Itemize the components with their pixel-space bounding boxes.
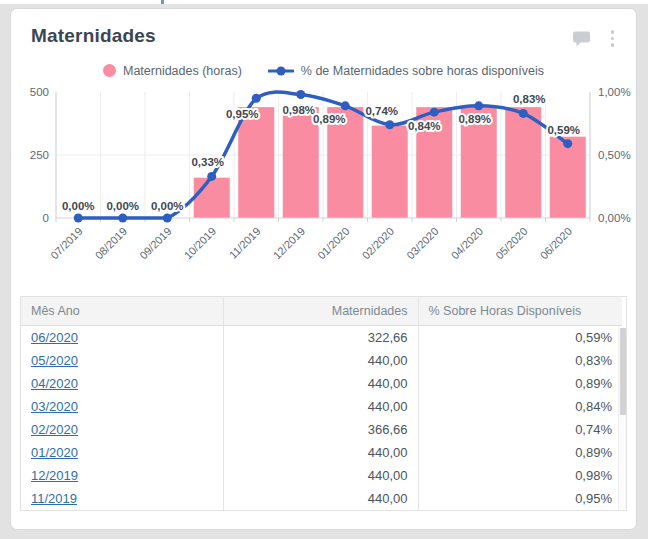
line-point[interactable] bbox=[341, 101, 350, 110]
kebab-menu-icon[interactable] bbox=[607, 29, 619, 48]
legend-item-percentual[interactable]: % de Maternidades sobre horas disponívei… bbox=[268, 64, 544, 78]
line-series-swatch bbox=[268, 65, 294, 77]
cell-maternidades: 440,00 bbox=[223, 441, 418, 464]
cell-mes-ano: 01/2020 bbox=[21, 441, 223, 464]
left-axis-tick-label: 250 bbox=[30, 149, 49, 161]
bar[interactable] bbox=[372, 125, 408, 217]
line-point[interactable] bbox=[385, 120, 394, 129]
right-axis-tick-label: 0,00% bbox=[598, 212, 631, 224]
x-axis-label: 05/2020 bbox=[493, 224, 530, 261]
cell-maternidades: 440,00 bbox=[223, 464, 418, 487]
column-header-pct-horas[interactable]: % Sobre Horas Disponíveis bbox=[418, 297, 622, 326]
cell-maternidades: 322,66 bbox=[223, 326, 418, 349]
month-link[interactable]: 02/2020 bbox=[31, 422, 78, 437]
month-link[interactable]: 04/2020 bbox=[31, 376, 78, 391]
right-axis-tick-label: 1,00% bbox=[598, 86, 631, 98]
line-point[interactable] bbox=[207, 171, 216, 180]
cell-mes-ano: 05/2020 bbox=[21, 349, 223, 372]
cell-pct-horas: 0,74% bbox=[418, 418, 622, 441]
line-point[interactable] bbox=[118, 213, 127, 222]
chart-legend: Maternidades (horas) % de Maternidades s… bbox=[11, 62, 636, 80]
left-axis-tick-label: 500 bbox=[30, 86, 49, 98]
data-label: 0,83% bbox=[513, 93, 546, 105]
month-link[interactable]: 06/2020 bbox=[31, 330, 78, 345]
month-link[interactable]: 11/2019 bbox=[31, 491, 77, 506]
legend-label-line: % de Maternidades sobre horas disponívei… bbox=[301, 64, 544, 78]
table-row: 01/2020440,000,89% bbox=[21, 441, 622, 464]
detail-table: Mês Ano Maternidades % Sobre Horas Dispo… bbox=[20, 296, 627, 511]
line-point[interactable] bbox=[163, 213, 172, 222]
chart-area: 50025001,00%0,50%0,00%07/201908/201909/2… bbox=[20, 82, 629, 286]
cell-pct-horas: 0,84% bbox=[418, 395, 622, 418]
cell-mes-ano: 02/2020 bbox=[21, 418, 223, 441]
cell-mes-ano: 06/2020 bbox=[21, 326, 223, 349]
page-top-strip bbox=[0, 0, 648, 4]
cell-pct-horas: 0,98% bbox=[418, 464, 622, 487]
right-axis-tick-label: 0,50% bbox=[598, 149, 631, 161]
cell-mes-ano: 03/2020 bbox=[21, 395, 223, 418]
bar[interactable] bbox=[550, 136, 586, 217]
cell-maternidades: 440,00 bbox=[223, 487, 418, 510]
line-point[interactable] bbox=[563, 139, 572, 148]
table-row: 05/2020440,000,83% bbox=[21, 349, 622, 372]
data-label: 0,00% bbox=[151, 200, 184, 212]
table-row: 11/2019440,000,95% bbox=[21, 487, 622, 510]
line-point[interactable] bbox=[74, 213, 83, 222]
cell-pct-horas: 0,59% bbox=[418, 326, 622, 349]
card-actions bbox=[572, 25, 619, 48]
table-row: 02/2020366,660,74% bbox=[21, 418, 622, 441]
month-link[interactable]: 03/2020 bbox=[31, 399, 78, 414]
table-row: 03/2020440,000,84% bbox=[21, 395, 622, 418]
cell-maternidades: 366,66 bbox=[223, 418, 418, 441]
x-axis-label: 07/2019 bbox=[48, 224, 85, 261]
table-header-row: Mês Ano Maternidades % Sobre Horas Dispo… bbox=[21, 297, 622, 326]
cell-pct-horas: 0,95% bbox=[418, 487, 622, 510]
cell-maternidades: 440,00 bbox=[223, 349, 418, 372]
line-point[interactable] bbox=[474, 101, 483, 110]
cell-pct-horas: 0,89% bbox=[418, 372, 622, 395]
month-link[interactable]: 01/2020 bbox=[31, 445, 78, 460]
cell-pct-horas: 0,83% bbox=[418, 349, 622, 372]
column-header-mes-ano[interactable]: Mês Ano bbox=[21, 297, 223, 326]
bar[interactable] bbox=[194, 177, 230, 217]
table-row: 04/2020440,000,89% bbox=[21, 372, 622, 395]
column-header-maternidades[interactable]: Maternidades bbox=[223, 297, 418, 326]
top-artifact bbox=[161, 0, 164, 4]
cell-pct-horas: 0,89% bbox=[418, 441, 622, 464]
table-scrollbar[interactable] bbox=[618, 327, 626, 510]
bar-series-swatch bbox=[103, 64, 116, 77]
x-axis-label: 10/2019 bbox=[182, 224, 219, 261]
data-label: 0,89% bbox=[313, 112, 346, 124]
line-point[interactable] bbox=[519, 108, 528, 117]
data-label: 0,89% bbox=[458, 112, 491, 124]
line-point[interactable] bbox=[296, 90, 305, 99]
cell-mes-ano: 12/2019 bbox=[21, 464, 223, 487]
combo-chart[interactable]: 50025001,00%0,50%0,00%07/201908/201909/2… bbox=[20, 82, 631, 282]
scrollbar-thumb[interactable] bbox=[620, 328, 626, 416]
cell-mes-ano: 04/2020 bbox=[21, 372, 223, 395]
data-label: 0,74% bbox=[365, 104, 398, 116]
line-point[interactable] bbox=[430, 107, 439, 116]
x-axis-label: 01/2020 bbox=[315, 224, 352, 261]
x-axis-label: 09/2019 bbox=[137, 224, 174, 261]
legend-label-bar: Maternidades (horas) bbox=[123, 64, 242, 78]
legend-item-maternidades[interactable]: Maternidades (horas) bbox=[103, 64, 242, 78]
cell-maternidades: 440,00 bbox=[223, 372, 418, 395]
bar[interactable] bbox=[238, 107, 274, 218]
cell-maternidades: 440,00 bbox=[223, 395, 418, 418]
data-label: 0,33% bbox=[191, 156, 224, 168]
x-axis-label: 11/2019 bbox=[227, 224, 263, 260]
x-axis-label: 02/2020 bbox=[360, 224, 397, 261]
x-axis-label: 12/2019 bbox=[271, 224, 308, 261]
month-link[interactable]: 12/2019 bbox=[31, 468, 78, 483]
card-header: Maternidades bbox=[11, 9, 636, 48]
cell-mes-ano: 11/2019 bbox=[21, 487, 223, 510]
comment-icon[interactable] bbox=[572, 30, 591, 47]
x-axis-label: 03/2020 bbox=[404, 224, 441, 261]
x-axis-label: 06/2020 bbox=[538, 224, 575, 261]
left-axis-tick-label: 0 bbox=[43, 212, 49, 224]
card-title: Maternidades bbox=[31, 25, 156, 47]
line-point[interactable] bbox=[252, 93, 261, 102]
month-link[interactable]: 05/2020 bbox=[31, 353, 78, 368]
bar[interactable] bbox=[505, 107, 541, 218]
